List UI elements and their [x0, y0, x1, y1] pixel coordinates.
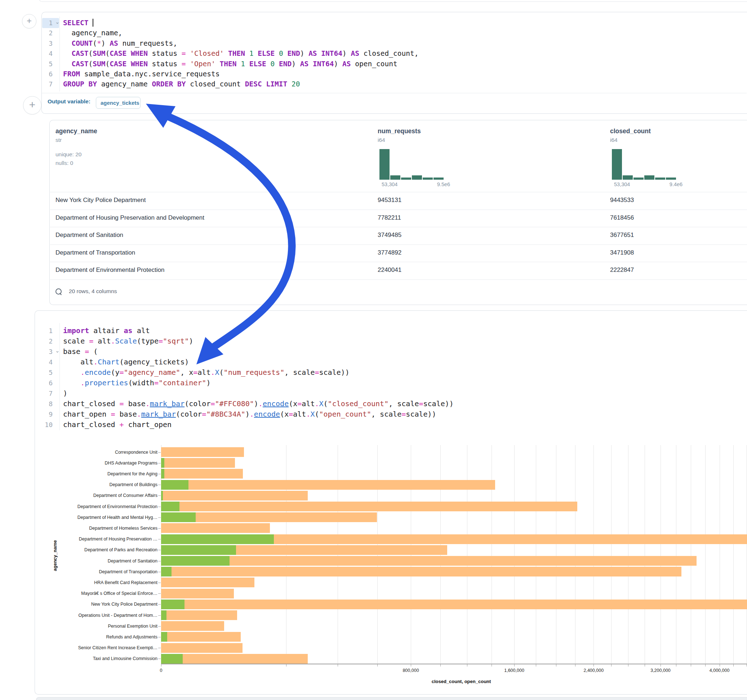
code-line[interactable]: agency_name,: [63, 28, 122, 38]
python-editor[interactable]: 1import altair as alt2scale = alt.Scale(…: [35, 311, 747, 433]
code-line[interactable]: base = (: [63, 346, 98, 357]
code-token: AS: [308, 49, 317, 57]
table-cell: 9443533: [610, 197, 634, 204]
code-line[interactable]: FROM sample_data.nyc.service_requests: [63, 69, 219, 79]
code-token: [63, 368, 80, 377]
code-token: =: [89, 337, 93, 345]
code-token: scale)): [406, 410, 436, 418]
code-token: .: [110, 337, 115, 345]
code-token: (color: [184, 399, 210, 408]
code-token: =: [297, 399, 302, 408]
code-token: =: [181, 49, 186, 57]
code-token: (y: [110, 368, 119, 377]
code-token: .: [80, 379, 85, 387]
code-token: [63, 39, 71, 48]
code-token: alt: [133, 326, 150, 335]
code-token: FROM: [63, 70, 80, 78]
code-token: .: [250, 410, 254, 418]
code-line[interactable]: chart_open = base.mark_bar(color="#8BC34…: [63, 409, 436, 419]
code-token: base: [63, 347, 85, 356]
table-cell: New York City Police Department: [56, 197, 145, 204]
code-token: [224, 49, 228, 57]
code-line[interactable]: COUNT(*) AS num_requests,: [63, 39, 177, 48]
code-token: INT64: [313, 60, 334, 68]
table-cell: 2222847: [610, 267, 634, 274]
code-line[interactable]: scale = alt.Scale(type="sqrt"): [63, 336, 193, 346]
code-line[interactable]: CAST(SUM(CASE WHEN status = 'Open' THEN …: [63, 59, 398, 69]
line-number: 3: [42, 39, 53, 48]
fold-caret-icon[interactable]: ⌄: [55, 345, 60, 356]
code-token: [266, 60, 271, 68]
code-token: =: [85, 347, 89, 356]
line-number: 4: [36, 357, 53, 367]
code-token: base: [124, 399, 145, 408]
code-token: status: [148, 49, 181, 57]
column-name: closed_count: [610, 127, 651, 135]
line-number: 7: [42, 79, 53, 89]
table-row[interactable]: Department of Housing Preservation and D…: [50, 210, 747, 227]
code-token: Scale: [115, 337, 137, 345]
code-line[interactable]: alt.Chart(agency_tickets): [63, 357, 189, 367]
code-token: , scale: [371, 410, 401, 418]
code-token: AS: [300, 60, 308, 68]
code-token: ): [101, 39, 110, 48]
code-token: agency_name: [97, 80, 152, 88]
fold-caret-icon[interactable]: ⌄: [55, 17, 60, 27]
code-token: "#FFC080": [215, 399, 254, 408]
sql-editor[interactable]: 1⌄SELECT 2 agency_name,3 COUNT(*) AS num…: [42, 12, 747, 93]
code-line[interactable]: CAST(SUM(CASE WHEN status = 'Closed' THE…: [63, 48, 418, 59]
code-token: =: [119, 368, 124, 377]
table-cell: 7618456: [610, 214, 634, 222]
add-cell-button-output[interactable]: +: [23, 96, 41, 115]
table-row[interactable]: Department of Sanitation37494853677651: [50, 227, 747, 244]
code-token: [317, 49, 321, 57]
code-token: alt: [302, 399, 315, 408]
column-type: i64: [610, 137, 618, 143]
code-token: "sqrt": [163, 337, 189, 345]
code-line[interactable]: SELECT: [63, 18, 93, 28]
code-token: "container": [159, 379, 206, 387]
code-line[interactable]: import altair as alt: [63, 326, 150, 336]
code-token: ): [206, 379, 210, 387]
code-line[interactable]: .properties(width="container"): [63, 378, 210, 388]
code-token: (type: [137, 337, 159, 345]
code-line[interactable]: chart_closed + chart_open: [63, 419, 171, 430]
code-line[interactable]: GROUP BY agency_name ORDER BY closed_cou…: [63, 79, 300, 89]
column-histogram: [612, 149, 676, 180]
code-token: [186, 49, 190, 57]
table-row[interactable]: New York City Police Department945313194…: [50, 192, 747, 210]
code-token: [245, 49, 250, 57]
row-separator: [50, 279, 747, 280]
code-token: =: [119, 399, 124, 408]
code-token: (x: [289, 399, 297, 408]
output-variable-pill[interactable]: agency_tickets: [96, 97, 141, 109]
python-cell: 1import altair as alt2scale = alt.Scale(…: [35, 311, 747, 695]
add-cell-button-top[interactable]: +: [22, 14, 36, 29]
code-token: AS: [342, 60, 351, 68]
code-token: (: [315, 410, 319, 418]
table-row[interactable]: Department of Environmental Protection22…: [50, 262, 747, 279]
code-token: [275, 49, 279, 57]
code-token: , scale: [284, 368, 315, 377]
code-token: Chart: [98, 358, 119, 366]
code-token: *: [97, 39, 101, 48]
code-token: WHEN: [131, 49, 148, 57]
table-cell: 9453131: [378, 197, 401, 204]
code-token: [186, 60, 190, 68]
table-row[interactable]: Department of Transportation377489234719…: [50, 244, 747, 262]
line-number: 6: [36, 378, 53, 388]
code-token: .: [210, 368, 215, 377]
code-token: =: [181, 60, 186, 68]
code-token: GROUP BY: [63, 80, 97, 88]
code-token: alt: [93, 337, 110, 345]
code-token: scale)): [423, 399, 454, 408]
code-token: [127, 60, 131, 68]
search-icon[interactable]: [56, 288, 62, 294]
table-cell: 3749485: [378, 232, 401, 239]
code-token: END: [279, 60, 292, 68]
code-line[interactable]: .encode(y="agency_name", x=alt.X("num_re…: [63, 367, 349, 378]
code-line[interactable]: ): [63, 388, 67, 398]
code-token: base: [115, 410, 137, 418]
table-cell: Department of Housing Preservation and D…: [56, 214, 204, 222]
code-line[interactable]: chart_closed = base.mark_bar(color="#FFC…: [63, 398, 454, 409]
